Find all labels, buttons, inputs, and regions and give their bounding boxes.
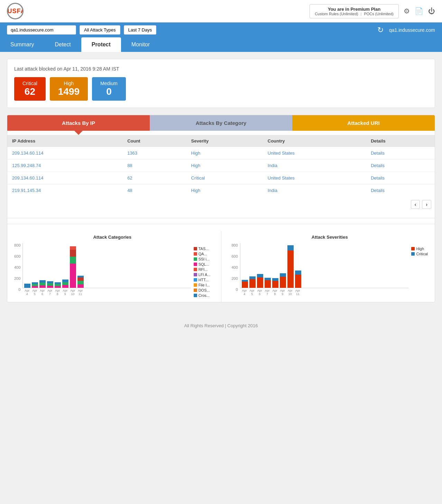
badge-medium-value: 0 xyxy=(100,86,118,97)
cell-count-1: 88 xyxy=(122,159,186,172)
x-label-apr10: Apr10 xyxy=(70,289,76,296)
attack-tabs: Attacks By IP Attacks By Category Attack… xyxy=(7,115,435,131)
legend-file-dot xyxy=(194,283,197,287)
categories-chart-wrapper: 800 600 400 200 0 xyxy=(14,243,211,299)
cell-country-3: India xyxy=(263,184,366,197)
cell-severity-0: High xyxy=(186,147,263,159)
badge-critical-label: Critical xyxy=(22,81,37,86)
badge-high: High 1499 xyxy=(50,77,88,101)
legend-htt: HTT... xyxy=(194,278,211,282)
legend-tas-dot xyxy=(194,247,197,250)
legend-dos: DOS... xyxy=(194,288,211,292)
bar-apr4 xyxy=(24,284,30,288)
badge-critical: Critical 62 xyxy=(14,77,46,101)
categories-y-axis: 800 600 400 200 0 xyxy=(14,243,20,299)
legend-sql: SQL... xyxy=(194,262,211,266)
domain-input[interactable] xyxy=(7,25,76,35)
cell-count-2: 62 xyxy=(122,172,186,184)
next-page-button[interactable]: › xyxy=(422,200,431,209)
plan-title: You are in Premium Plan xyxy=(315,7,394,12)
severities-bars xyxy=(240,243,409,288)
severities-x-labels: Apr4 Apr5 Apr6 Apr7 Apr8 Apr9 Apr10 Apr1… xyxy=(240,289,409,296)
categories-legend: TAS... QA... SSI i... SQL... RFI... LFI … xyxy=(194,243,211,297)
refresh-icon[interactable]: ↻ xyxy=(377,26,384,35)
x-label-apr4: Apr4 xyxy=(24,289,30,296)
attack-tab-ip[interactable]: Attacks By IP xyxy=(7,115,150,131)
tab-protect[interactable]: Protect xyxy=(81,37,121,52)
legend-cros-dot xyxy=(194,294,197,297)
cell-ip-2[interactable]: 209.134.60.114 xyxy=(7,172,122,184)
attack-severities-chart: Attack Severities 800 600 400 200 0 xyxy=(225,231,435,302)
attack-categories-chart: Attack Categories 800 600 400 200 0 xyxy=(7,231,218,302)
legend-high-dot xyxy=(411,247,415,250)
cell-details-1[interactable]: Details xyxy=(366,159,435,172)
attack-tab-category[interactable]: Attacks By Category xyxy=(150,115,292,131)
attack-summary-title: Last attack blocked on Apr 11, 2016 9:28… xyxy=(14,66,428,72)
cell-ip-1[interactable]: 125.99.248.74 xyxy=(7,159,122,172)
power-icon[interactable]: ⏻ xyxy=(428,7,435,15)
header-right: You are in Premium Plan Custom Rules (Un… xyxy=(310,4,435,18)
sev-bar-apr9 xyxy=(280,273,286,288)
attack-summary-card: Last attack blocked on Apr 11, 2016 9:28… xyxy=(7,59,435,108)
badge-medium-label: Medium xyxy=(100,81,118,86)
footer-text: All Rights Reserved | Copyright 2016 xyxy=(184,323,258,328)
cell-count-0: 1363 xyxy=(122,147,186,159)
tab-monitor[interactable]: Monitor xyxy=(121,37,160,52)
cell-country-0: United States xyxy=(263,147,366,159)
legend-cros: Cros... xyxy=(194,293,211,297)
tabs-row: Summary Detect Protect Monitor xyxy=(0,37,442,52)
chart-divider xyxy=(221,231,221,302)
nav-bar: All Attack Types Last 7 Days ↻ qa1.indus… xyxy=(0,22,442,37)
footer: All Rights Reserved | Copyright 2016 xyxy=(0,316,442,335)
document-icon[interactable]: 📄 xyxy=(415,7,423,15)
days-filter[interactable]: Last 7 Days xyxy=(124,25,157,35)
cell-details-0[interactable]: Details xyxy=(366,147,435,159)
col-header-severity: Severity xyxy=(186,135,263,147)
cell-details-3[interactable]: Details xyxy=(366,184,435,197)
col-header-count: Count xyxy=(122,135,186,147)
col-header-details: Details xyxy=(366,135,435,147)
badge-high-label: High xyxy=(58,81,80,86)
legend-dos-dot xyxy=(194,288,197,292)
logo-text: INDUSFACE xyxy=(7,8,24,15)
sev-bar-apr7 xyxy=(265,278,271,288)
sev-bar-apr11 xyxy=(295,271,301,288)
categories-x-labels: Apr4 Apr5 Apr6 Apr7 Apr8 Apr9 Apr10 Apr1… xyxy=(22,289,191,296)
attack-tab-uri[interactable]: Attacked URI xyxy=(292,115,435,131)
plan-box: You are in Premium Plan Custom Rules (Un… xyxy=(310,4,399,18)
bar-group-apr8 xyxy=(55,282,61,288)
gear-icon[interactable]: ⚙ xyxy=(404,7,410,15)
legend-rfi: RFI... xyxy=(194,267,211,272)
legend-lfi: LFI A... xyxy=(194,273,211,277)
x-label-apr8: Apr8 xyxy=(54,289,61,296)
table-container: IP Address Count Severity Country Detail… xyxy=(7,131,435,196)
prev-page-button[interactable]: ‹ xyxy=(411,200,420,209)
x-label-apr6: Apr6 xyxy=(39,289,45,296)
legend-critical: Critical xyxy=(411,252,428,256)
col-header-country: Country xyxy=(263,135,366,147)
bar-group-apr7 xyxy=(47,281,53,288)
x-label-apr7: Apr7 xyxy=(47,289,53,296)
severities-y-axis: 800 600 400 200 0 xyxy=(232,243,238,299)
nav-domain-display: qa1.indussecure.com xyxy=(389,27,435,33)
x-label-apr5: Apr5 xyxy=(31,289,38,296)
legend-file: File I... xyxy=(194,283,211,287)
attack-types-filter[interactable]: All Attack Types xyxy=(80,25,120,35)
sev-bar-apr6 xyxy=(257,274,263,288)
sev-bar-apr5 xyxy=(249,276,256,288)
tab-detect[interactable]: Detect xyxy=(44,37,81,52)
col-header-ip: IP Address xyxy=(7,135,122,147)
badge-medium: Medium 0 xyxy=(92,77,126,101)
badge-critical-value: 62 xyxy=(22,86,37,97)
sev-bar-apr10 xyxy=(287,245,294,288)
cell-ip-3[interactable]: 219.91.145.34 xyxy=(7,184,122,197)
sev-bar-apr4 xyxy=(242,280,248,288)
plan-details: Custom Rules (Unlimited) | POCs (Unlimit… xyxy=(315,12,394,16)
nav-left: All Attack Types Last 7 Days xyxy=(7,25,156,35)
cell-ip-0[interactable]: 209.134.60.114 xyxy=(7,147,122,159)
tab-summary[interactable]: Summary xyxy=(0,37,44,52)
cell-severity-3: High xyxy=(186,184,263,197)
table-row: 219.91.145.34 48 High India Details xyxy=(7,184,435,197)
cell-details-2[interactable]: Details xyxy=(366,172,435,184)
table-row: 209.134.60.114 1363 High United States D… xyxy=(7,147,435,159)
